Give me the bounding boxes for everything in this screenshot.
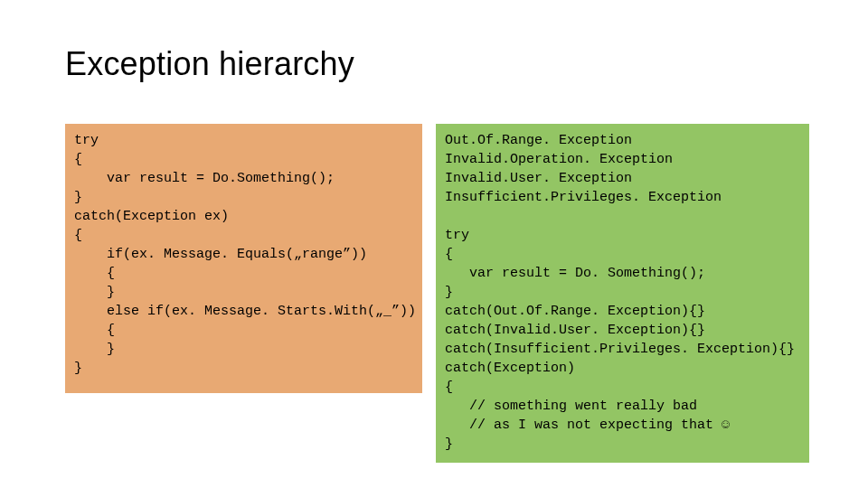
code-columns: try { var result = Do.Something(); } cat… — [65, 124, 809, 463]
code-block-good-example: Out.Of.Range. Exception Invalid.Operatio… — [436, 124, 809, 463]
code-block-bad-example: try { var result = Do.Something(); } cat… — [65, 124, 422, 393]
slide-title: Exception hierarchy — [65, 45, 809, 83]
slide: Exception hierarchy try { var result = D… — [0, 0, 868, 488]
